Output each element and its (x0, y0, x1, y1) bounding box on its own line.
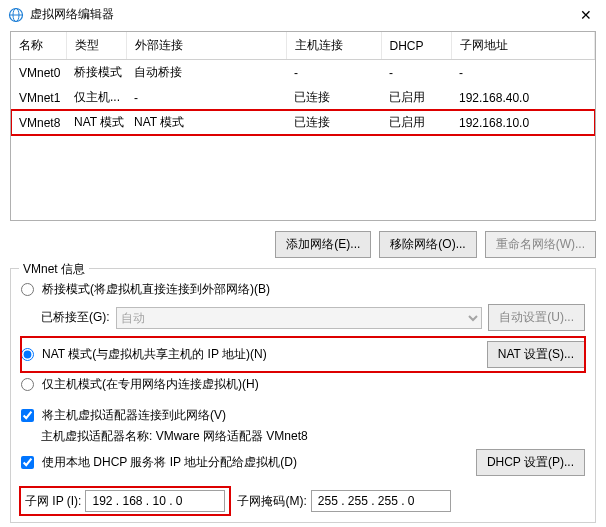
add-network-button[interactable]: 添加网络(E)... (275, 231, 371, 258)
subnet-mask-label: 子网掩码(M): (237, 493, 306, 510)
cell-type: 桥接模式 (66, 60, 126, 86)
cell-type: 仅主机... (66, 85, 126, 110)
cell-name: VMnet0 (11, 60, 66, 86)
vmnet-info-group: VMnet 信息 桥接模式(将虚拟机直接连接到外部网络)(B) 已桥接至(G):… (10, 268, 596, 523)
rename-network-button: 重命名网络(W)... (485, 231, 596, 258)
table-row[interactable]: VMnet1仅主机...-已连接已启用192.168.40.0 (11, 85, 595, 110)
subnet-ip-label: 子网 IP (I): (25, 493, 81, 510)
cell-subnet: - (451, 60, 595, 86)
cell-type: NAT 模式 (66, 110, 126, 135)
dhcp-label: 使用本地 DHCP 服务将 IP 地址分配给虚拟机(D) (42, 454, 297, 471)
adapter-name-label: 主机虚拟适配器名称: (41, 429, 152, 443)
subnet-mask-input[interactable] (311, 490, 451, 512)
col-name[interactable]: 名称 (11, 32, 66, 60)
cell-host: - (286, 60, 381, 86)
bridge-label: 桥接模式(将虚拟机直接连接到外部网络)(B) (42, 281, 270, 298)
host-adapter-checkbox[interactable] (21, 409, 34, 422)
hostonly-radio[interactable] (21, 378, 34, 391)
cell-ext: - (126, 85, 286, 110)
cell-dhcp: - (381, 60, 451, 86)
dhcp-checkbox[interactable] (21, 456, 34, 469)
window-title: 虚拟网络编辑器 (30, 6, 576, 23)
col-ext[interactable]: 外部连接 (126, 32, 286, 60)
col-subnet[interactable]: 子网地址 (451, 32, 595, 60)
close-icon[interactable]: ✕ (576, 7, 596, 23)
cell-subnet: 192.168.40.0 (451, 85, 595, 110)
col-host[interactable]: 主机连接 (286, 32, 381, 60)
group-title: VMnet 信息 (19, 261, 89, 278)
cell-host: 已连接 (286, 110, 381, 135)
cell-name: VMnet1 (11, 85, 66, 110)
nat-radio[interactable] (21, 348, 34, 361)
cell-ext: 自动桥接 (126, 60, 286, 86)
nat-label: NAT 模式(与虚拟机共享主机的 IP 地址)(N) (42, 346, 267, 363)
table-row[interactable]: VMnet8NAT 模式NAT 模式已连接已启用192.168.10.0 (11, 110, 595, 135)
nat-settings-button[interactable]: NAT 设置(S)... (487, 341, 585, 368)
host-adapter-label: 将主机虚拟适配器连接到此网络(V) (42, 407, 226, 424)
network-table[interactable]: 名称 类型 外部连接 主机连接 DHCP 子网地址 VMnet0桥接模式自动桥接… (10, 31, 596, 221)
globe-icon (8, 7, 24, 23)
table-row[interactable]: VMnet0桥接模式自动桥接--- (11, 60, 595, 86)
dhcp-settings-button[interactable]: DHCP 设置(P)... (476, 449, 585, 476)
adapter-name-value: VMware 网络适配器 VMnet8 (156, 429, 308, 443)
remove-network-button[interactable]: 移除网络(O)... (379, 231, 476, 258)
cell-dhcp: 已启用 (381, 110, 451, 135)
col-type[interactable]: 类型 (66, 32, 126, 60)
bridge-to-label: 已桥接至(G): (41, 309, 110, 326)
cell-dhcp: 已启用 (381, 85, 451, 110)
col-dhcp[interactable]: DHCP (381, 32, 451, 60)
auto-settings-button: 自动设置(U)... (488, 304, 585, 331)
cell-subnet: 192.168.10.0 (451, 110, 595, 135)
cell-name: VMnet8 (11, 110, 66, 135)
bridge-radio[interactable] (21, 283, 34, 296)
subnet-ip-input[interactable] (85, 490, 225, 512)
cell-host: 已连接 (286, 85, 381, 110)
cell-ext: NAT 模式 (126, 110, 286, 135)
bridge-select: 自动 (116, 307, 483, 329)
hostonly-label: 仅主机模式(在专用网络内连接虚拟机)(H) (42, 376, 259, 393)
